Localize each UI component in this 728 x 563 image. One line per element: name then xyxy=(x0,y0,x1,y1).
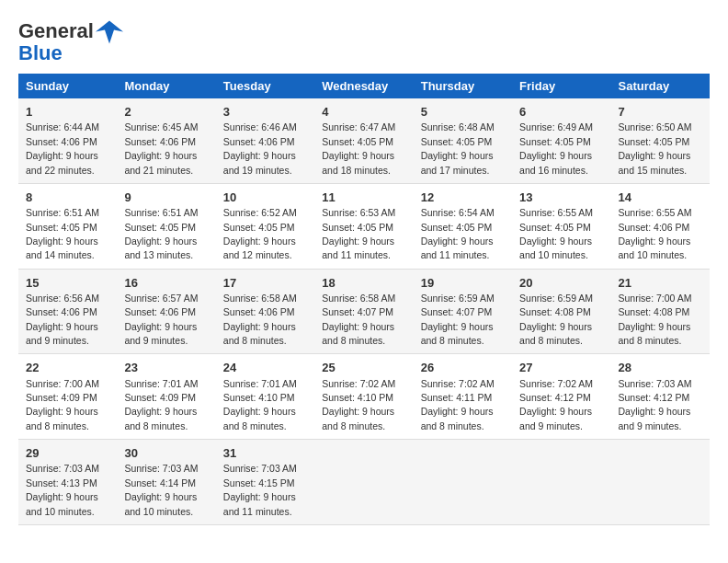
day-number: 14 xyxy=(619,190,702,206)
daylight-hours: Daylight: 9 hours and 14 minutes. xyxy=(26,236,98,260)
sunset-info: Sunset: 4:08 PM xyxy=(519,306,591,317)
day-number: 2 xyxy=(124,104,208,121)
sunrise-info: Sunrise: 7:01 AM xyxy=(223,378,297,389)
day-cell-7: 7Sunrise: 6:50 AMSunset: 4:05 PMDaylight… xyxy=(611,98,710,183)
day-cell-11: 11Sunrise: 6:53 AMSunset: 4:05 PMDayligh… xyxy=(314,183,413,269)
calendar-row: 8Sunrise: 6:51 AMSunset: 4:05 PMDaylight… xyxy=(18,183,710,269)
day-cell-26: 26Sunrise: 7:02 AMSunset: 4:11 PMDayligh… xyxy=(414,354,512,440)
sunrise-info: Sunrise: 6:50 AM xyxy=(619,121,692,132)
logo-general: General xyxy=(18,19,94,42)
sunrise-info: Sunrise: 7:00 AM xyxy=(26,378,99,389)
daylight-hours: Daylight: 9 hours and 8 minutes. xyxy=(322,321,394,346)
logo-blue: Blue xyxy=(18,41,63,64)
sunset-info: Sunset: 4:06 PM xyxy=(26,306,97,317)
sunrise-info: Sunrise: 7:03 AM xyxy=(124,463,198,474)
sunset-info: Sunset: 4:06 PM xyxy=(124,306,196,317)
sunrise-info: Sunrise: 6:51 AM xyxy=(124,207,198,218)
day-cell-24: 24Sunrise: 7:01 AMSunset: 4:10 PMDayligh… xyxy=(216,354,314,440)
sunset-info: Sunset: 4:05 PM xyxy=(519,136,591,147)
day-number: 5 xyxy=(421,104,505,121)
empty-cell xyxy=(414,440,512,525)
daylight-hours: Daylight: 9 hours and 10 minutes. xyxy=(619,236,691,260)
day-number: 3 xyxy=(223,104,307,121)
col-header-wednesday: Wednesday xyxy=(314,74,413,98)
empty-cell xyxy=(512,440,610,525)
sunrise-info: Sunrise: 6:57 AM xyxy=(124,293,198,304)
daylight-hours: Daylight: 9 hours and 9 minutes. xyxy=(619,406,691,431)
logo: General Blue xyxy=(18,18,123,64)
day-number: 22 xyxy=(26,360,109,376)
sunset-info: Sunset: 4:11 PM xyxy=(421,392,493,403)
day-number: 17 xyxy=(223,275,307,292)
daylight-hours: Daylight: 9 hours and 13 minutes. xyxy=(124,236,197,260)
sunset-info: Sunset: 4:05 PM xyxy=(322,136,393,147)
sunset-info: Sunset: 4:05 PM xyxy=(519,222,591,233)
sunrise-info: Sunrise: 6:45 AM xyxy=(124,121,198,132)
day-number: 1 xyxy=(26,104,109,121)
sunrise-info: Sunrise: 6:55 AM xyxy=(619,207,692,218)
daylight-hours: Daylight: 9 hours and 17 minutes. xyxy=(421,150,494,175)
day-cell-3: 3Sunrise: 6:46 AMSunset: 4:06 PMDaylight… xyxy=(216,98,314,183)
sunrise-info: Sunrise: 6:49 AM xyxy=(519,121,593,132)
sunset-info: Sunset: 4:14 PM xyxy=(124,477,196,488)
daylight-hours: Daylight: 9 hours and 9 minutes. xyxy=(124,321,197,346)
day-number: 27 xyxy=(519,360,603,376)
sunrise-info: Sunrise: 7:02 AM xyxy=(421,378,495,389)
sunset-info: Sunset: 4:08 PM xyxy=(619,306,690,317)
sunset-info: Sunset: 4:06 PM xyxy=(124,136,196,147)
day-number: 23 xyxy=(124,360,208,376)
day-cell-30: 30Sunrise: 7:03 AMSunset: 4:14 PMDayligh… xyxy=(117,440,215,525)
calendar-row: 29Sunrise: 7:03 AMSunset: 4:13 PMDayligh… xyxy=(18,440,710,525)
sunrise-info: Sunrise: 6:56 AM xyxy=(26,293,99,304)
daylight-hours: Daylight: 9 hours and 11 minutes. xyxy=(421,236,494,260)
sunset-info: Sunset: 4:15 PM xyxy=(223,477,295,488)
sunset-info: Sunset: 4:05 PM xyxy=(322,222,393,233)
day-cell-2: 2Sunrise: 6:45 AMSunset: 4:06 PMDaylight… xyxy=(117,98,215,183)
sunset-info: Sunset: 4:05 PM xyxy=(26,222,97,233)
sunrise-info: Sunrise: 7:01 AM xyxy=(124,378,198,389)
daylight-hours: Daylight: 9 hours and 8 minutes. xyxy=(124,406,197,431)
sunrise-info: Sunrise: 7:02 AM xyxy=(519,378,593,389)
sunrise-info: Sunrise: 6:58 AM xyxy=(322,293,395,304)
sunrise-info: Sunrise: 6:53 AM xyxy=(322,207,395,218)
day-cell-14: 14Sunrise: 6:55 AMSunset: 4:06 PMDayligh… xyxy=(611,183,710,269)
col-header-friday: Friday xyxy=(512,74,610,98)
day-number: 7 xyxy=(619,104,702,121)
sunset-info: Sunset: 4:05 PM xyxy=(421,136,493,147)
sunrise-info: Sunrise: 7:02 AM xyxy=(322,378,395,389)
day-number: 30 xyxy=(124,445,208,462)
day-number: 21 xyxy=(619,275,702,292)
day-number: 28 xyxy=(619,360,702,376)
col-header-thursday: Thursday xyxy=(414,74,512,98)
sunrise-info: Sunrise: 6:55 AM xyxy=(519,207,593,218)
sunrise-info: Sunrise: 6:46 AM xyxy=(223,121,297,132)
day-cell-23: 23Sunrise: 7:01 AMSunset: 4:09 PMDayligh… xyxy=(117,354,215,440)
sunset-info: Sunset: 4:13 PM xyxy=(26,477,97,488)
daylight-hours: Daylight: 9 hours and 10 minutes. xyxy=(26,491,98,516)
col-header-sunday: Sunday xyxy=(18,74,117,98)
day-cell-15: 15Sunrise: 6:56 AMSunset: 4:06 PMDayligh… xyxy=(18,269,117,354)
daylight-hours: Daylight: 9 hours and 9 minutes. xyxy=(519,406,592,431)
col-header-monday: Monday xyxy=(117,74,215,98)
day-number: 18 xyxy=(322,275,405,292)
sunrise-info: Sunrise: 6:51 AM xyxy=(26,207,99,218)
daylight-hours: Daylight: 9 hours and 16 minutes. xyxy=(519,150,592,175)
day-number: 20 xyxy=(519,275,603,292)
day-cell-19: 19Sunrise: 6:59 AMSunset: 4:07 PMDayligh… xyxy=(414,269,512,354)
daylight-hours: Daylight: 9 hours and 8 minutes. xyxy=(223,321,296,346)
sunset-info: Sunset: 4:05 PM xyxy=(421,222,493,233)
sunset-info: Sunset: 4:06 PM xyxy=(223,306,295,317)
logo-bird-icon xyxy=(96,18,123,46)
sunrise-info: Sunrise: 6:59 AM xyxy=(421,293,495,304)
calendar-table: SundayMondayTuesdayWednesdayThursdayFrid… xyxy=(18,74,710,525)
day-cell-31: 31Sunrise: 7:03 AMSunset: 4:15 PMDayligh… xyxy=(216,440,314,525)
sunrise-info: Sunrise: 7:03 AM xyxy=(26,463,99,474)
day-number: 26 xyxy=(421,360,505,376)
daylight-hours: Daylight: 9 hours and 8 minutes. xyxy=(421,406,494,431)
day-number: 16 xyxy=(124,275,208,292)
sunrise-info: Sunrise: 6:59 AM xyxy=(519,293,593,304)
day-number: 15 xyxy=(26,275,109,292)
day-number: 13 xyxy=(519,190,603,206)
daylight-hours: Daylight: 9 hours and 8 minutes. xyxy=(223,406,296,431)
sunrise-info: Sunrise: 6:58 AM xyxy=(223,293,297,304)
